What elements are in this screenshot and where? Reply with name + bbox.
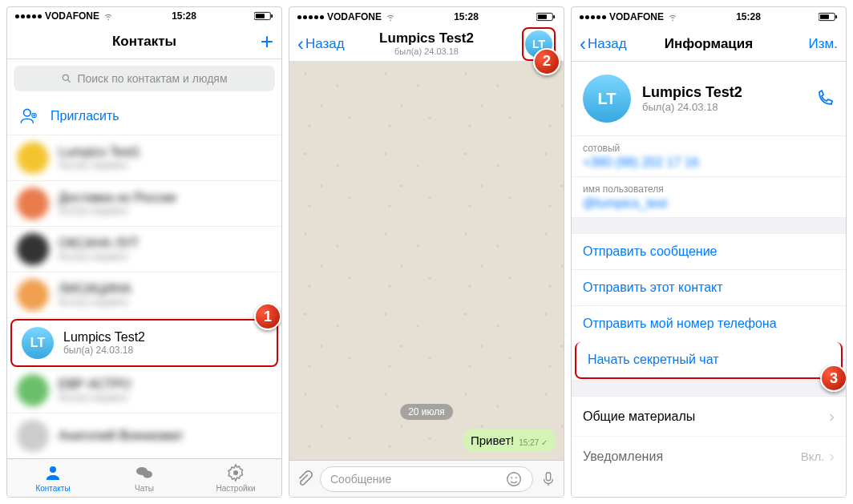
profile-name: Lumpics Test2 — [642, 84, 804, 101]
nav-bar: ‹Назад Lumpics Test2 был(а) 24.03.18 LT … — [289, 26, 564, 62]
shared-media-button[interactable]: Общие материалы › — [572, 396, 846, 436]
svg-rect-15 — [553, 15, 555, 18]
avatar: LT — [583, 75, 631, 123]
svg-rect-21 — [820, 14, 829, 19]
edit-button[interactable]: Изм. — [809, 36, 838, 52]
chevron-right-icon: › — [829, 407, 835, 425]
profile-header: LT Lumpics Test2 был(а) 24.03.18 — [572, 62, 846, 135]
svg-point-18 — [515, 477, 517, 478]
chat-screen: VODAFONE 15:28 ‹Назад Lumpics Test2 был(… — [289, 6, 564, 498]
profile-avatar-button[interactable]: LT 2 — [522, 27, 556, 61]
info-screen: VODAFONE 15:28 ‹Назад Информация Изм. LT… — [571, 6, 847, 498]
search-placeholder: Поиск по контактам и людям — [77, 72, 227, 85]
add-contact-button[interactable]: + — [261, 29, 273, 54]
attachment-icon[interactable] — [296, 470, 313, 488]
chat-background: 20 июля Привет! 15:27 ✓ — [289, 62, 564, 460]
input-bar: Сообщение — [289, 460, 564, 497]
tab-settings[interactable]: Настройки — [190, 459, 281, 497]
list-item[interactable]: ЛИСИЦИНАбыл(а) недавно — [7, 272, 281, 318]
svg-rect-22 — [835, 15, 837, 18]
svg-rect-2 — [271, 15, 273, 18]
back-button[interactable]: ‹Назад — [297, 34, 345, 54]
tab-bar: Контакты Чаты Настройки — [7, 458, 281, 497]
list-item[interactable]: Анатолий Военкомат — [7, 413, 281, 458]
svg-line-4 — [68, 80, 71, 83]
message-bubble[interactable]: Привет! 15:27 ✓ — [463, 429, 556, 452]
nav-bar: ‹Назад Информация Изм. — [572, 26, 846, 62]
svg-rect-1 — [256, 14, 265, 19]
mobile-section[interactable]: сотовый +380 (98) 202 17 16 — [572, 135, 846, 176]
notifications-button[interactable]: Уведомления Вкл.› — [572, 436, 846, 476]
back-button[interactable]: ‹Назад — [580, 34, 627, 54]
sticker-icon[interactable] — [505, 470, 523, 488]
svg-point-16 — [507, 472, 521, 486]
profile-status: был(а) 24.03.18 — [642, 101, 804, 113]
svg-point-11 — [143, 471, 152, 478]
svg-rect-14 — [538, 14, 547, 19]
nav-bar: Контакты + — [7, 26, 281, 59]
svg-rect-19 — [546, 472, 551, 480]
search-input[interactable]: Поиск по контактам и людям — [14, 66, 275, 91]
invite-label: Пригласить — [51, 109, 119, 123]
date-pill: 20 июля — [400, 404, 453, 420]
tab-chats[interactable]: Чаты — [99, 459, 190, 497]
callout-marker-1: 1 — [254, 303, 281, 330]
send-contact-button[interactable]: Отправить этот контакт — [572, 269, 846, 305]
mic-icon[interactable] — [540, 470, 557, 488]
callout-marker-2: 2 — [533, 48, 560, 75]
list-item[interactable]: Доставка из Россиибыл(а) недавно — [7, 181, 281, 227]
contact-status: был(а) 24.03.18 — [63, 345, 145, 356]
username-section[interactable]: имя пользователя @lumpics_test — [572, 176, 846, 217]
carrier-label: VODAFONE — [45, 10, 99, 22]
svg-point-12 — [233, 470, 238, 475]
clock-label: 15:28 — [172, 10, 196, 22]
callout-marker-3: 3 — [820, 365, 846, 392]
svg-point-9 — [50, 466, 56, 473]
message-input[interactable]: Сообщение — [320, 466, 533, 492]
svg-point-5 — [24, 110, 31, 117]
svg-point-3 — [63, 75, 69, 80]
selected-contact-row[interactable]: LT Lumpics Test2 был(а) 24.03.18 1 — [10, 319, 278, 367]
svg-point-17 — [511, 477, 512, 478]
status-bar: VODAFONE 15:28 — [7, 7, 281, 26]
tab-contacts[interactable]: Контакты — [7, 459, 99, 497]
invite-button[interactable]: Пригласить — [7, 98, 281, 135]
send-number-button[interactable]: Отправить мой номер телефона — [572, 305, 846, 341]
contacts-screen: VODAFONE 15:28 Контакты + Поиск по конта… — [6, 6, 282, 498]
list-item[interactable]: Lumpics Test1был(а) недавно — [7, 135, 281, 181]
start-secret-chat-button[interactable]: Начать секретный чат — [575, 342, 843, 379]
contact-name: Lumpics Test2 — [63, 330, 145, 345]
call-icon[interactable] — [815, 89, 835, 108]
status-bar: VODAFONE 15:28 — [289, 7, 564, 26]
send-message-button[interactable]: Отправить сообщение — [572, 233, 846, 269]
status-bar: VODAFONE 15:28 — [572, 7, 846, 26]
list-item[interactable]: ОКСАНА ЛУТбыл(а) недавно — [7, 227, 281, 272]
list-item[interactable]: ЕВР АСТРОбыл(а) недавно — [7, 368, 281, 413]
page-title: Контакты — [7, 34, 281, 50]
avatar: LT — [22, 327, 54, 359]
